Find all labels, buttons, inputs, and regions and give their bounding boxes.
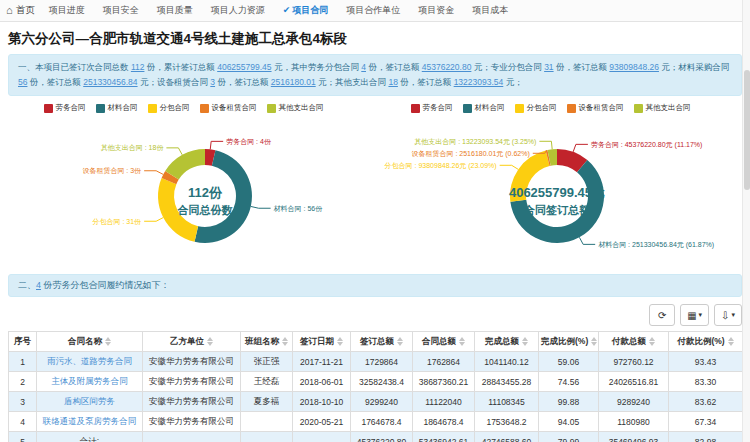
table-cell: 83.30 [669,372,743,392]
sort-up-icon [397,337,403,341]
table-cell: 35469496.93 [599,432,669,442]
table-cell: 合计: [37,432,143,442]
column-header-2[interactable]: 乙方单位 [143,332,241,352]
table-cell: 张正强 [241,352,293,372]
donut-center-label: 合同总份数 [177,204,234,216]
table-row: 3盾构区间劳务安徽华力劳务有限公司夏多福2018-10-109299240111… [9,392,743,412]
column-header-label: 付款比例(%) [677,336,724,346]
contract-count-donut-chart: 劳务合同 : 4份材料合同 : 56份分包合同 : 31份设备租赁合同 : 3份… [0,116,367,266]
legend-item-0[interactable]: 劳务合同 [44,103,86,113]
column-header-7[interactable]: 完成总额 [475,332,539,352]
sort-icon [591,337,597,346]
nav-item-5[interactable]: 项目合作单位 [346,4,400,17]
summary-text: 元；材料采购合同 [659,62,729,72]
table-cell: 79.99 [539,432,599,442]
nav-item-6[interactable]: 项目资金 [418,4,454,17]
summary-value-link[interactable]: 93809848.26 [609,62,659,72]
summary-value-link[interactable]: 2516180.01 [271,77,316,87]
top-navbar: ⌂ 首页 项目进度项目安全项目质量项目人力资源✔项目合同项目合作单位项目资金项目… [0,0,750,22]
sort-down-icon [397,342,403,346]
summary-value-link[interactable]: 13223093.54 [454,77,504,87]
sort-icon [105,337,111,346]
table-cell: 雨污水、道路劳务合同 [37,352,143,372]
table-row: 1雨污水、道路劳务合同安徽华力劳务有限公司张正强2017-11-21172986… [9,352,743,372]
contract-name-link[interactable]: 雨污水、道路劳务合同 [47,356,132,366]
legend-swatch-icon [267,104,276,113]
sort-down-icon [337,342,343,346]
summary-value-link[interactable]: 45376220.80 [422,62,472,72]
sort-up-icon [207,337,213,341]
column-header-5[interactable]: 签订总额 [351,332,413,352]
summary-text: 份，签订总额 [366,62,422,72]
columns-button[interactable]: ▦▾ [680,304,709,326]
column-header-label: 合同名称 [68,336,102,346]
legend-item-1[interactable]: 材料合同 [463,103,505,113]
legend-item-3[interactable]: 设备租赁合同 [200,103,257,113]
sort-up-icon [105,337,111,341]
sort-icon [522,337,528,346]
table-cell: 2017-11-21 [293,352,351,372]
summary-value-link[interactable]: 251330456.84 [83,77,137,87]
legend-item-2[interactable]: 分包合同 [148,103,190,113]
summary-text: 份，签订总额 [554,62,610,72]
sort-down-icon [459,342,465,346]
sort-up-icon [728,337,734,341]
column-header-0[interactable]: 序号 [9,332,37,352]
nav-item-label: 项目人力资源 [211,5,265,15]
section2-header: 二、4 份劳务分包合同履约情况如下： [8,274,742,297]
contract-name-link[interactable]: 主体及附属劳务合同 [51,376,128,386]
summary-value-link[interactable]: 31 [544,62,553,72]
scrollbar-thumb[interactable] [744,70,750,190]
sort-down-icon [207,342,213,346]
table-cell: 2018-10-10 [293,392,351,412]
contract-name-link[interactable]: 盾构区间劳务 [64,396,115,406]
table-cell: 夏多福 [241,392,293,412]
column-header-10[interactable]: 付款比例(%) [669,332,743,352]
legend-item-1[interactable]: 材料合同 [96,103,138,113]
column-header-label: 签订总额 [360,336,394,346]
page-scrollbar[interactable] [742,0,750,442]
legend-item-0[interactable]: 劳务合同 [411,103,453,113]
summary-value-link[interactable]: 406255799.45 [217,62,271,72]
chart-count-legend: 劳务合同材料合同分包合同设备租赁合同其他支出合同 [0,100,367,116]
summary-value-link[interactable]: 112 [131,62,145,72]
column-header-8[interactable]: 完成比例(%) [539,332,599,352]
nav-item-3[interactable]: 项目人力资源 [211,4,265,17]
table-cell: 42746588.60 [475,432,539,442]
column-header-4[interactable]: 签订日期 [293,332,351,352]
table-row: 4联络通道及泵房劳务合同安徽华力劳务有限公司2020-05-211764678.… [9,412,743,432]
legend-label: 分包合同 [527,103,557,113]
nav-item-7[interactable]: 项目成本 [472,4,508,17]
table-cell: 王经磊 [241,372,293,392]
column-header-6[interactable]: 合同总额 [413,332,475,352]
nav-item-2[interactable]: 项目质量 [157,4,193,17]
legend-item-4[interactable]: 其他支出合同 [634,103,691,113]
donut-center-value: 112份 [188,185,223,200]
label-line [500,165,519,169]
column-header-3[interactable]: 班组名称 [241,332,293,352]
contract-name-link[interactable]: 联络通道及泵房劳务合同 [43,416,137,426]
slice-label: 其他支出合同 : 13223093.54元 (3.25%) [414,138,536,146]
table-cell: 主体及附属劳务合同 [37,372,143,392]
legend-item-3[interactable]: 设备租赁合同 [567,103,624,113]
nav-item-4[interactable]: ✔项目合同 [283,4,329,17]
table-cell: 1729864 [351,352,413,372]
refresh-button[interactable]: ⟳ [649,304,675,326]
slice-label: 劳务合同 : 45376220.80元 (11.17%) [591,141,703,149]
slice-label: 分包合同 : 31份 [92,218,143,226]
column-header-1[interactable]: 合同名称 [37,332,143,352]
summary-value-link[interactable]: 18 [388,77,397,87]
export-button[interactable]: ⇩▾ [714,304,742,326]
sort-down-icon [649,342,655,346]
legend-item-2[interactable]: 分包合同 [515,103,557,113]
legend-swatch-icon [200,104,209,113]
nav-item-1[interactable]: 项目安全 [103,4,139,17]
table-row: 5合计:45376220.8053436942.6142746588.6079.… [9,432,743,442]
nav-item-home[interactable]: ⌂ 首页 [6,4,35,17]
column-header-9[interactable]: 付款总额 [599,332,669,352]
label-line [144,171,163,175]
nav-item-0[interactable]: 项目进度 [49,4,85,17]
legend-label: 材料合同 [475,103,505,113]
table-cell: 安徽华力劳务有限公司 [143,412,241,432]
legend-item-4[interactable]: 其他支出合同 [267,103,324,113]
